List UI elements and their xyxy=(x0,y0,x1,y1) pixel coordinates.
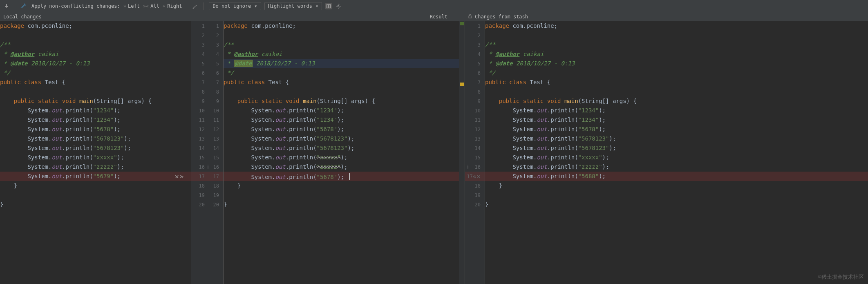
code-line[interactable]: System.out.println("zzzzz"); xyxy=(224,162,459,172)
code-line[interactable] xyxy=(485,31,868,40)
code-line[interactable]: */ xyxy=(224,68,459,78)
apply-left-button[interactable]: »Left xyxy=(123,3,140,9)
code-line[interactable]: */ xyxy=(0,68,191,78)
code-line[interactable]: public class Test { xyxy=(485,78,868,87)
code-line[interactable]: System.out.println("1234"); xyxy=(0,106,191,115)
code-line[interactable] xyxy=(0,31,191,40)
code-line[interactable] xyxy=(224,87,459,96)
accept-left-icon[interactable]: « xyxy=(473,172,477,180)
gutter-row: 1717✕» xyxy=(191,172,223,181)
gutter-row: 1212 xyxy=(191,125,223,134)
code-line[interactable]: /** xyxy=(0,40,191,49)
result-editor[interactable]: package com.pconline;/** * @author caika… xyxy=(224,21,459,284)
code-line[interactable]: System.out.println("5678123"); xyxy=(224,143,459,153)
gutter-row: 5 xyxy=(465,59,485,68)
gutter-row: 77 xyxy=(191,78,223,87)
gutter-row: 2020 xyxy=(191,200,223,209)
code-line[interactable]: /** xyxy=(485,40,868,49)
code-line[interactable]: System.out.println("1234"); xyxy=(0,115,191,125)
gutter-row: 12 xyxy=(465,125,485,134)
code-line[interactable]: } xyxy=(0,181,191,190)
apply-label: Apply non-conflicting changes: xyxy=(31,3,120,9)
code-line[interactable]: System.out.println("zzzzz"); xyxy=(485,162,868,172)
gutter-right: 1234567891011121314151617«✕181920 xyxy=(465,21,485,284)
pane-headers: Local changes Result Changes from stash xyxy=(0,12,868,21)
code-line[interactable] xyxy=(0,87,191,96)
code-line[interactable]: System.out.println("5678123"); xyxy=(0,143,191,153)
code-line[interactable] xyxy=(224,190,459,200)
gutter-row: 88 xyxy=(191,87,223,96)
code-line[interactable] xyxy=(0,190,191,200)
code-line[interactable]: System.out.println("5678123"); xyxy=(224,134,459,143)
right-editor[interactable]: package com.pconline;/** * @author caika… xyxy=(485,21,868,284)
code-line[interactable]: package com.pconline; xyxy=(224,21,459,31)
code-line[interactable]: public class Test { xyxy=(0,78,191,87)
code-line[interactable]: * @date 2018/10/27 - 0:13 xyxy=(485,59,868,68)
reject-change-icon[interactable]: ✕ xyxy=(175,172,179,180)
marker-mod[interactable] xyxy=(460,83,464,86)
code-line[interactable]: public static void main(String[] args) { xyxy=(485,96,868,106)
code-line[interactable]: System.out.println("1234"); xyxy=(224,115,459,125)
accept-right-icon[interactable]: » xyxy=(180,172,184,180)
gutter-row: 1111 xyxy=(191,115,223,125)
down-arrow-icon[interactable] xyxy=(3,3,10,9)
marker-strip[interactable] xyxy=(459,21,465,284)
left-editor[interactable]: package com.pconline;/** * @author caika… xyxy=(0,21,191,284)
code-line[interactable]: */ xyxy=(485,68,868,78)
code-line[interactable]: System.out.println("zzzzz"); xyxy=(0,162,191,172)
code-line[interactable] xyxy=(485,87,868,96)
ignore-dropdown[interactable]: Do not ignore▾ xyxy=(209,2,261,10)
code-line[interactable]: System.out.println("1234"); xyxy=(485,106,868,115)
code-line[interactable]: public static void main(String[] args) { xyxy=(224,96,459,106)
gutter-row: 1 xyxy=(465,21,485,31)
svg-rect-0 xyxy=(327,4,328,8)
code-line[interactable]: System.out.println("5678"); xyxy=(224,172,459,181)
code-line[interactable]: * @author caikai xyxy=(485,49,868,59)
sync-scroll-icon[interactable] xyxy=(325,3,332,9)
code-line[interactable]: } xyxy=(224,200,459,209)
code-line[interactable]: System.out.println("1234"); xyxy=(224,106,459,115)
code-line[interactable]: System.out.println("xxxxx"); xyxy=(485,153,868,162)
code-line[interactable]: public class Test { xyxy=(224,78,459,87)
brush-icon[interactable] xyxy=(192,3,199,9)
code-line[interactable]: * @author caikai xyxy=(0,49,191,59)
code-line[interactable]: System.out.println("5678123"); xyxy=(485,134,868,143)
code-line[interactable]: System.out.println("5688"); xyxy=(485,172,868,181)
code-line[interactable]: System.out.println("5679"); xyxy=(0,172,191,181)
code-line[interactable]: System.out.println("xxxxx"); xyxy=(224,153,459,162)
code-line[interactable]: System.out.println("5678"); xyxy=(224,125,459,134)
code-line[interactable]: * @author caikai xyxy=(224,49,459,59)
code-line[interactable]: } xyxy=(0,200,191,209)
code-line[interactable]: System.out.println("5678"); xyxy=(485,125,868,134)
magic-wand-icon[interactable] xyxy=(20,3,27,9)
code-line[interactable]: } xyxy=(485,200,868,209)
separator xyxy=(187,2,187,10)
code-line[interactable] xyxy=(224,31,459,40)
code-line[interactable]: /** xyxy=(224,40,459,49)
gutter-row: 1010 xyxy=(191,106,223,115)
code-line[interactable]: System.out.println("5678123"); xyxy=(0,134,191,143)
marker-ok[interactable] xyxy=(460,22,464,25)
gutter-row: 6 xyxy=(465,68,485,78)
code-line[interactable]: * @date 2018/10/27 - 0:13 xyxy=(0,59,191,68)
code-line[interactable]: System.out.println("xxxxx"); xyxy=(0,153,191,162)
highlight-dropdown[interactable]: Highlight words▾ xyxy=(264,2,322,10)
code-line[interactable]: package com.pconline; xyxy=(485,21,868,31)
gutter-row: 4 xyxy=(465,49,485,59)
code-line[interactable]: package com.pconline; xyxy=(0,21,191,31)
code-line[interactable]: } xyxy=(485,181,868,190)
code-line[interactable]: System.out.println("1234"); xyxy=(485,115,868,125)
code-line[interactable] xyxy=(485,190,868,200)
apply-all-button[interactable]: »«All xyxy=(143,3,159,9)
code-line[interactable]: System.out.println("5678123"); xyxy=(485,143,868,153)
gutter-row: 1616 xyxy=(191,162,223,172)
code-line[interactable]: System.out.println("5678"); xyxy=(0,125,191,134)
code-line[interactable]: * @date 2018/10/27 - 0:13 xyxy=(224,59,459,68)
gear-icon[interactable] xyxy=(335,3,342,9)
gutter-row: 19 xyxy=(465,190,485,200)
svg-point-2 xyxy=(338,5,339,7)
code-line[interactable]: } xyxy=(224,181,459,190)
code-line[interactable]: public static void main(String[] args) { xyxy=(0,96,191,106)
reject-change-icon[interactable]: ✕ xyxy=(477,172,481,180)
apply-right-button[interactable]: «Right xyxy=(163,3,182,9)
